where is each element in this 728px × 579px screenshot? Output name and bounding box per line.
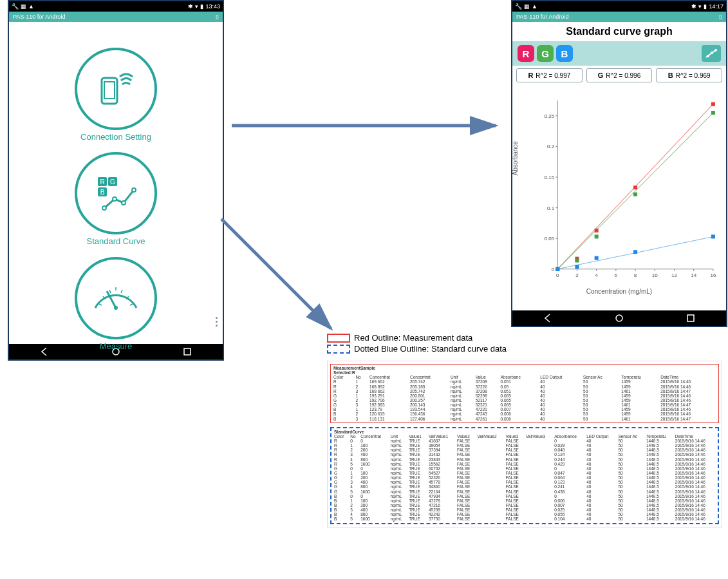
battery-small-icon: ▯ [216,14,219,20]
exported-spreadsheet: MeasurementSampleSelected:RColorNoConcen… [327,361,722,527]
standard-curve-data-block: StandardCurveColorNoConcentratUnitValue1… [330,427,719,524]
battery-small-icon: ▯ [719,14,722,20]
svg-text:6: 6 [615,272,618,278]
svg-rect-79 [575,265,579,269]
svg-line-86 [221,219,331,328]
r2-values: RR^2 = 0.997 GR^2 = 0.996 BR^2 = 0.969 [512,66,726,85]
android-navbar [512,310,726,326]
app-titlebar: PAS-110 for Android ▯ [9,12,223,22]
android-statusbar: 🔧▦▲ ✱▾▮13:43 [9,1,223,12]
svg-rect-78 [555,267,559,271]
svg-text:4: 4 [595,272,598,278]
blue-outline-swatch [327,345,350,354]
red-outline-swatch [327,334,350,343]
chart-xlabel: Concentration (mg/mL) [586,288,652,295]
recent-button[interactable] [686,313,696,323]
measure-label: Measure [100,342,133,351]
legend-red-text: Red Outline: Measurement data [354,333,472,343]
svg-text:0: 0 [552,267,555,272]
measurement-data-block: MeasurementSampleSelected:RColorNoConcen… [330,364,719,423]
svg-text:0.1: 0.1 [547,205,555,211]
svg-text:R: R [100,178,104,185]
gauge-icon [90,276,142,321]
svg-text:0.05: 0.05 [545,236,555,242]
svg-rect-75 [633,193,637,196]
toggle-g-button[interactable]: G [537,45,554,62]
phone-signal-icon [90,66,142,111]
svg-rect-70 [711,102,715,106]
svg-text:0: 0 [556,272,559,278]
rgb-chart-icon: RGB [90,171,142,216]
spreadsheet-legend: Red Outline: Measurement data Dotted Blu… [327,333,507,355]
svg-text:14: 14 [691,272,696,278]
svg-line-16 [109,290,111,293]
svg-text:10: 10 [652,272,658,278]
warning-icon: ▲ [28,3,34,10]
standard-curve-button[interactable]: RGB Standard Curve [71,152,161,246]
arrow-to-spreadsheet [221,219,344,344]
measure-button[interactable]: Measure [71,257,161,351]
connection-setting-button[interactable]: Connection Setting [71,48,161,142]
phone-standard-curve: 🔧▦▲ ✱▾▮14:17 PAS-110 for Android ▯ Stand… [511,0,727,327]
svg-point-30 [707,55,709,57]
toggle-r-button[interactable]: R [518,45,534,62]
svg-rect-84 [687,315,694,321]
svg-text:2: 2 [575,272,579,278]
app-titlebar: PAS-110 for Android ▯ [512,12,726,22]
android-statusbar: 🔧▦▲ ✱▾▮14:17 [512,1,726,12]
app-title: PAS-110 for Android [13,14,65,20]
svg-text:0.15: 0.15 [545,175,555,180]
connection-label: Connection Setting [80,133,151,142]
svg-point-9 [113,197,117,201]
battery-icon: ▮ [200,3,203,10]
svg-text:G: G [110,178,115,185]
measurement-table: MeasurementSampleSelected:RColorNoConcen… [332,366,717,421]
svg-point-32 [714,49,717,52]
battery-icon: ▮ [704,3,707,10]
signal-icon: ▾ [698,3,702,10]
standard-label: Standard Curve [86,237,145,246]
clock-right: 14:17 [709,3,723,10]
toggle-b-button[interactable]: B [556,45,573,62]
svg-line-20 [130,304,133,305]
svg-line-14 [99,304,102,305]
svg-rect-74 [595,234,599,238]
svg-point-31 [711,52,713,54]
svg-text:8: 8 [634,272,637,278]
legend-blue-text: Dotted Blue Outline: Standard curve data [354,344,507,354]
overflow-menu-icon[interactable] [216,315,218,328]
fit-line-button[interactable] [702,45,721,62]
back-button[interactable] [543,313,553,323]
trendline-icon [705,48,718,59]
signal-icon: ▾ [195,3,198,10]
wrench-icon: 🔧 [12,3,19,10]
chart-area: Absorbance Concentration (mg/mL) 0246810… [512,85,726,298]
standard-curve-table: StandardCurveColorNoConcentratUnitValue1… [333,430,716,522]
graph-title: Standard curve graph [512,22,726,41]
chart-ylabel: Absorbance [512,141,519,175]
svg-rect-1 [104,82,115,99]
svg-point-11 [132,188,136,192]
rgb-toggle-bar: R G B [512,41,726,66]
svg-point-13 [114,306,118,310]
phone-main-menu: 🔧▦▲ ✱▾▮13:43 PAS-110 for Android ▯ Conne… [8,0,224,361]
wrench-icon: 🔧 [515,3,522,10]
clock-left: 13:43 [205,3,220,10]
svg-line-12 [107,291,116,308]
r2-r: RR^2 = 0.997 [516,68,583,82]
bluetooth-icon: ✱ [188,3,193,10]
svg-point-8 [102,206,106,210]
svg-text:0.2: 0.2 [547,144,555,149]
svg-rect-82 [711,234,715,238]
svg-rect-73 [575,259,579,263]
home-button[interactable] [614,313,624,323]
svg-rect-80 [595,256,599,260]
arrow-to-graph [232,116,502,138]
svg-text:12: 12 [671,272,677,278]
grid-icon: ▦ [524,3,530,10]
grid-icon: ▦ [21,3,26,10]
svg-point-10 [122,201,126,205]
svg-text:B: B [100,189,105,196]
warning-icon: ▲ [532,3,537,10]
svg-line-18 [121,290,122,293]
